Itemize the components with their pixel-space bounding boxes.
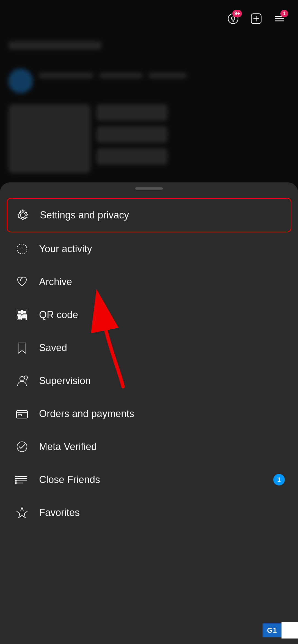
close-friends-label: Close Friends xyxy=(39,474,273,485)
menu-item-saved[interactable]: Saved xyxy=(0,331,298,364)
menu-item-archive[interactable]: Archive xyxy=(0,265,298,298)
star-icon xyxy=(15,506,29,520)
verified-icon-container xyxy=(13,438,31,456)
archive-icon-container xyxy=(13,273,31,291)
bookmark-icon-container xyxy=(13,339,31,357)
svg-point-1 xyxy=(233,21,234,22)
svg-point-33 xyxy=(15,480,16,481)
supervision-label: Supervision xyxy=(39,375,285,387)
meta-verified-label: Meta Verified xyxy=(39,441,285,453)
svg-rect-15 xyxy=(18,317,20,319)
your-activity-label: Your activity xyxy=(39,243,285,255)
svg-rect-13 xyxy=(24,311,26,313)
svg-point-26 xyxy=(17,442,27,452)
bookmark-icon xyxy=(15,341,29,355)
svg-point-21 xyxy=(20,376,24,381)
close-friends-badge: 1 xyxy=(273,474,285,485)
close-friends-icon xyxy=(15,473,29,487)
notifications-badge: 9+ xyxy=(232,10,242,17)
svg-point-31 xyxy=(15,476,16,477)
gear-icon-container xyxy=(14,206,32,224)
hamburger-button[interactable]: 1 xyxy=(272,11,287,26)
menu-item-supervision[interactable]: Supervision xyxy=(0,364,298,397)
qr-code-label: QR code xyxy=(39,309,285,321)
saved-label: Saved xyxy=(39,342,285,354)
blurred-content-2 xyxy=(8,69,187,93)
activity-icon xyxy=(15,242,29,256)
svg-rect-20 xyxy=(26,315,27,320)
notifications-button[interactable]: 9+ xyxy=(225,11,241,26)
menu-item-orders-payments[interactable]: Orders and payments xyxy=(0,397,298,430)
svg-point-22 xyxy=(24,376,27,379)
svg-rect-18 xyxy=(23,317,24,318)
activity-icon-container xyxy=(13,240,31,258)
svg-point-8 xyxy=(20,213,25,218)
menu-item-favorites[interactable]: Favorites xyxy=(0,496,298,529)
archive-label: Archive xyxy=(39,276,285,288)
gear-icon xyxy=(16,208,30,222)
add-icon xyxy=(250,13,262,25)
bottom-sheet: Settings and privacy Your activity Archi… xyxy=(0,182,298,644)
supervision-icon xyxy=(15,374,29,388)
menu-item-settings-privacy[interactable]: Settings and privacy xyxy=(7,198,291,232)
archive-icon xyxy=(15,275,29,289)
svg-rect-19 xyxy=(24,317,25,318)
card-icon-container xyxy=(13,405,31,423)
svg-point-32 xyxy=(15,478,16,479)
svg-rect-17 xyxy=(24,315,25,317)
menu-item-close-friends[interactable]: Close Friends 1 xyxy=(0,463,298,496)
watermark: G1 xyxy=(263,622,298,639)
favorites-label: Favorites xyxy=(39,507,285,518)
supervision-icon-container xyxy=(13,372,31,390)
menu-item-meta-verified[interactable]: Meta Verified xyxy=(0,430,298,463)
add-button[interactable] xyxy=(249,11,264,26)
menu-item-qr-code[interactable]: QR code xyxy=(0,298,298,331)
close-friends-icon-container xyxy=(13,471,31,488)
star-icon-container xyxy=(13,504,31,521)
menu-badge: 1 xyxy=(280,10,288,17)
svg-marker-35 xyxy=(16,507,27,518)
svg-rect-25 xyxy=(18,414,21,416)
qr-icon-container xyxy=(13,306,31,324)
blurred-content-1 xyxy=(8,41,102,49)
orders-payments-label: Orders and payments xyxy=(39,408,285,420)
blurred-content-3 xyxy=(8,104,168,173)
svg-rect-11 xyxy=(18,311,20,313)
card-icon xyxy=(15,407,29,421)
header-icons: 9+ 1 xyxy=(225,11,287,26)
menu-item-your-activity[interactable]: Your activity xyxy=(0,232,298,265)
sheet-handle xyxy=(135,187,163,190)
verified-icon xyxy=(15,440,29,454)
svg-rect-16 xyxy=(23,315,24,317)
svg-point-34 xyxy=(15,482,16,484)
settings-privacy-label: Settings and privacy xyxy=(40,209,284,221)
qr-icon xyxy=(15,308,29,322)
